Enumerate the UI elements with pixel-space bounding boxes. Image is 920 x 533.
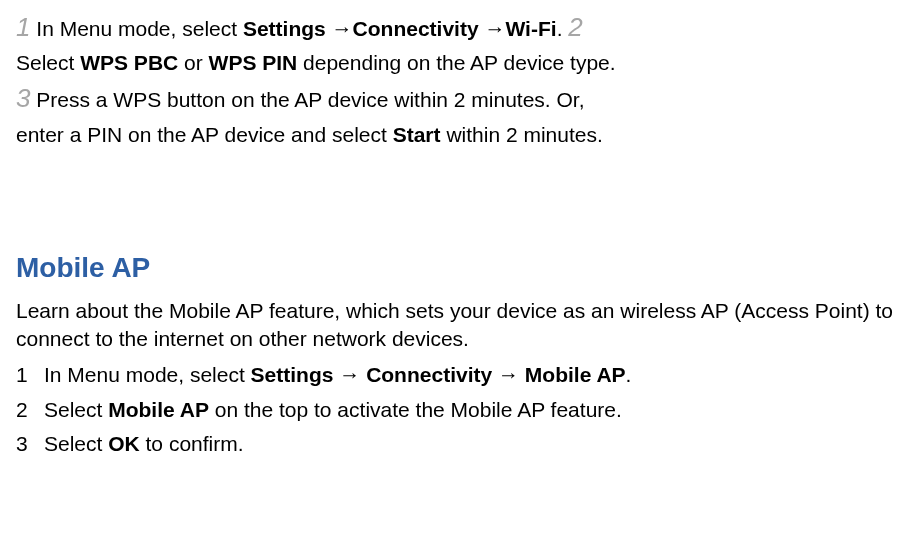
wps-line4: enter a PIN on the AP device and select … [16, 121, 904, 149]
mobile-ap-label: Mobile AP [525, 363, 626, 386]
text-fragment: Select [44, 432, 108, 455]
settings-label: Settings [243, 17, 326, 40]
text-fragment: on the top to activate the Mobile AP fea… [209, 398, 622, 421]
text-fragment: enter a PIN on the AP device and select [16, 123, 393, 146]
step-item-1: In Menu mode, select Settings → Connecti… [16, 361, 904, 389]
wps-pbc-label: WPS PBC [80, 51, 178, 74]
wifi-label: Wi-Fi [505, 17, 556, 40]
settings-label: Settings [251, 363, 334, 386]
text-fragment: or [178, 51, 208, 74]
wps-line3: 3 Press a WPS button on the AP device wi… [16, 81, 904, 116]
arrow-icon: → [326, 17, 353, 40]
text-fragment: to confirm. [140, 432, 244, 455]
step-number-3: 3 [16, 83, 30, 113]
step-item-3: Select OK to confirm. [16, 430, 904, 458]
step-number-2: 2 [568, 12, 582, 42]
text-fragment: within 2 minutes. [441, 123, 603, 146]
arrow-icon: → [333, 363, 366, 386]
text-fragment: Press a WPS button on the AP device with… [30, 88, 584, 111]
text-fragment: In Menu mode, select [44, 363, 251, 386]
wps-instructions: 1 In Menu mode, select Settings →Connect… [16, 10, 904, 149]
connectivity-label: Connectivity [366, 363, 492, 386]
wps-line1: 1 In Menu mode, select Settings →Connect… [16, 10, 904, 45]
text-fragment: . [626, 363, 632, 386]
arrow-icon: → [492, 363, 525, 386]
wps-line2: Select WPS PBC or WPS PIN depending on t… [16, 49, 904, 77]
text-fragment: depending on the AP device type. [297, 51, 615, 74]
step-item-2: Select Mobile AP on the top to activate … [16, 396, 904, 424]
text-fragment: Select [44, 398, 108, 421]
text-fragment: . [557, 17, 569, 40]
mobile-ap-heading: Mobile AP [16, 249, 904, 287]
start-label: Start [393, 123, 441, 146]
text-fragment: In Menu mode, select [30, 17, 242, 40]
arrow-icon: → [479, 17, 506, 40]
text-fragment: Select [16, 51, 80, 74]
mobile-ap-label: Mobile AP [108, 398, 209, 421]
mobile-ap-description: Learn about the Mobile AP feature, which… [16, 297, 904, 354]
ok-label: OK [108, 432, 140, 455]
step-number-1: 1 [16, 12, 30, 42]
wps-pin-label: WPS PIN [209, 51, 298, 74]
mobile-ap-steps: In Menu mode, select Settings → Connecti… [16, 361, 904, 458]
connectivity-label: Connectivity [353, 17, 479, 40]
